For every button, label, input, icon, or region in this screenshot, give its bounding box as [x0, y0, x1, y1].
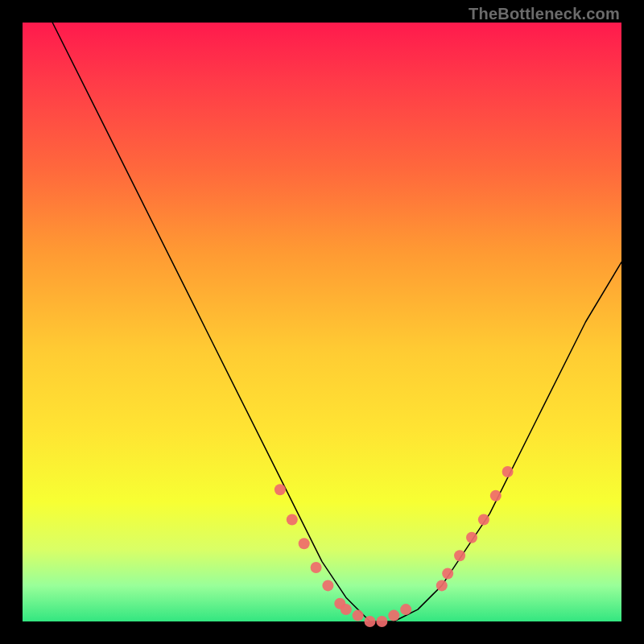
data-dot [490, 490, 502, 502]
data-dot [502, 466, 514, 477]
watermark-label: TheBottleneck.com [469, 5, 620, 23]
data-dot [454, 550, 465, 561]
bottleneck-plot [23, 23, 621, 621]
dot-cluster-right [436, 466, 514, 591]
data-dot [311, 562, 322, 573]
data-dot [353, 610, 364, 621]
data-dot [299, 538, 310, 549]
data-dot [275, 484, 286, 495]
data-dot [322, 580, 333, 591]
data-dot [376, 616, 387, 627]
data-dot [436, 580, 448, 591]
data-dot [478, 514, 489, 526]
data-dot [442, 568, 453, 580]
data-dot [341, 604, 352, 615]
data-dot [400, 604, 411, 615]
bottleneck-curve [52, 23, 621, 621]
data-dot [388, 610, 399, 621]
data-dot [287, 514, 298, 526]
data-dot [466, 532, 477, 543]
chart-frame [23, 23, 621, 621]
data-dot [365, 616, 376, 627]
dot-cluster-left [275, 484, 411, 627]
